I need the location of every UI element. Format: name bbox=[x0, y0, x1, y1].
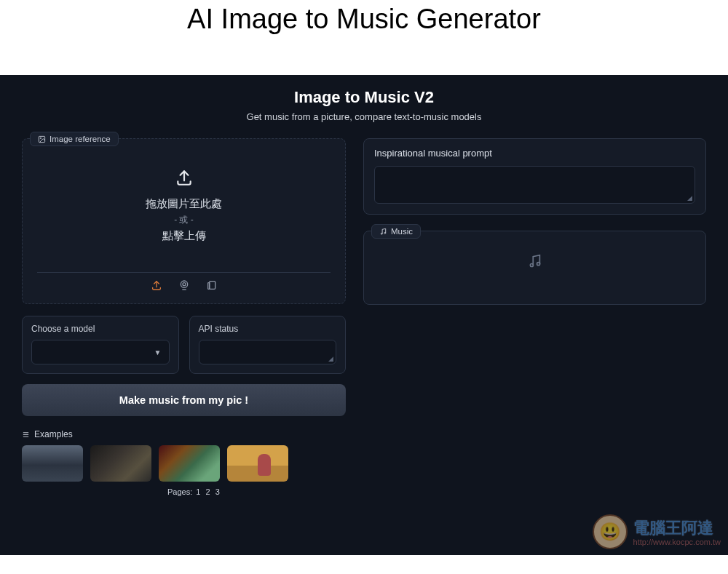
upload-toolbar bbox=[37, 272, 331, 295]
examples-label: Examples bbox=[34, 429, 73, 439]
upload-drop-text: 拖放圖片至此處 bbox=[37, 197, 331, 211]
watermark: 😃 電腦王阿達 http://www.kocpc.com.tw bbox=[593, 514, 721, 549]
webcam-button[interactable] bbox=[178, 279, 191, 292]
app-subtitle: Get music from a picture, compare text-t… bbox=[22, 111, 706, 122]
upload-dropzone[interactable]: 拖放圖片至此處 - 或 - 點擊上傳 bbox=[23, 139, 345, 303]
resize-handle-icon[interactable]: ◢ bbox=[328, 355, 333, 362]
image-upload-panel[interactable]: Image reference 拖放圖片至此處 - 或 - 點擊上傳 bbox=[22, 138, 346, 304]
app-title: Image to Music V2 bbox=[22, 88, 706, 107]
pager-prefix: Pages: bbox=[167, 487, 192, 496]
page-header: AI Image to Music Generator bbox=[0, 0, 728, 75]
model-panel: Choose a model ▼ bbox=[22, 316, 179, 374]
prompt-label: Inspirational musical prompt bbox=[374, 148, 695, 159]
api-status-label: API status bbox=[199, 324, 337, 334]
svg-point-2 bbox=[181, 281, 187, 287]
model-select[interactable]: ▼ bbox=[31, 340, 170, 364]
music-tab-label: Music bbox=[391, 227, 413, 236]
clipboard-button[interactable] bbox=[205, 279, 218, 292]
music-tab: Music bbox=[371, 224, 421, 239]
examples-pager: Pages: 1 2 3 bbox=[22, 487, 346, 496]
example-thumb-4[interactable] bbox=[227, 445, 288, 482]
make-music-button[interactable]: Make music from my pic ! bbox=[22, 384, 346, 416]
svg-point-1 bbox=[40, 137, 41, 138]
music-placeholder-icon bbox=[527, 253, 543, 269]
api-status-box: ◢ bbox=[199, 340, 337, 364]
music-note-icon bbox=[379, 228, 387, 236]
prompt-textarea[interactable]: ◢ bbox=[374, 166, 695, 204]
prompt-panel: Inspirational musical prompt ◢ bbox=[363, 138, 706, 215]
resize-handle-icon[interactable]: ◢ bbox=[687, 194, 692, 202]
svg-point-9 bbox=[381, 233, 382, 234]
example-thumb-3[interactable] bbox=[159, 445, 220, 482]
svg-point-3 bbox=[183, 283, 186, 286]
upload-from-file-button[interactable] bbox=[150, 279, 163, 292]
page-1-link[interactable]: 1 bbox=[196, 487, 200, 496]
examples-section: Examples Pages: 1 2 3 bbox=[22, 429, 346, 496]
api-status-panel: API status ◢ bbox=[189, 316, 347, 374]
clipboard-icon bbox=[206, 279, 218, 291]
chevron-down-icon: ▼ bbox=[154, 348, 162, 356]
svg-rect-5 bbox=[207, 283, 209, 290]
watermark-text: 電腦王阿達 bbox=[633, 519, 713, 537]
upload-click-text: 點擊上傳 bbox=[37, 229, 331, 243]
model-label: Choose a model bbox=[31, 324, 170, 334]
webcam-icon bbox=[178, 279, 190, 291]
upload-tab-label: Image reference bbox=[50, 135, 111, 143]
image-icon bbox=[38, 135, 46, 143]
upload-icon bbox=[175, 168, 194, 187]
music-output-panel: Music bbox=[363, 231, 706, 305]
page-title: AI Image to Music Generator bbox=[0, 4, 728, 35]
svg-point-11 bbox=[530, 263, 533, 266]
image-reference-tab: Image reference bbox=[30, 132, 119, 146]
upload-arrow-icon bbox=[151, 279, 162, 291]
example-thumb-1[interactable] bbox=[22, 445, 83, 482]
list-icon bbox=[22, 431, 30, 439]
svg-point-12 bbox=[537, 263, 539, 266]
page-3-link[interactable]: 3 bbox=[215, 487, 220, 496]
watermark-avatar-icon: 😃 bbox=[593, 514, 628, 549]
svg-rect-4 bbox=[209, 282, 215, 290]
app-container: Image to Music V2 Get music from a pictu… bbox=[0, 75, 728, 555]
page-2-link[interactable]: 2 bbox=[206, 487, 210, 496]
example-thumb-2[interactable] bbox=[90, 445, 151, 482]
svg-point-10 bbox=[384, 232, 386, 234]
watermark-url: http://www.kocpc.com.tw bbox=[633, 538, 721, 546]
upload-or-text: - 或 - bbox=[37, 214, 331, 226]
